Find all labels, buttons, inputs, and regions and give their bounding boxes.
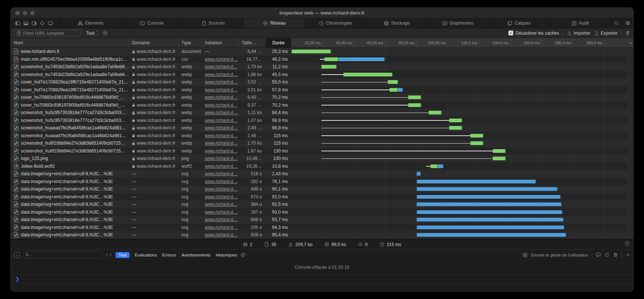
settings-button[interactable]: ⚙ bbox=[622, 18, 633, 28]
network-request-row[interactable]: cover_hu70883c936197805bd916c4488876d0b0… bbox=[11, 94, 633, 101]
network-request-row[interactable]: data:image/svg+xml;charset=utf-8,%3C…%3E… bbox=[11, 201, 633, 208]
console-scope-historiques[interactable]: Historiques bbox=[216, 253, 237, 257]
disable-caches-checkbox[interactable]: ✓ Désactiver les caches bbox=[508, 31, 559, 36]
network-request-row[interactable]: data:image/svg+xml;charset=utf-8,%3C…%3E… bbox=[11, 178, 633, 186]
url-filter-input[interactable]: Filtrer l'URL complète bbox=[14, 29, 82, 37]
console-scope-avertissements[interactable]: Avertissements bbox=[181, 253, 210, 257]
network-request-row[interactable]: AJellee-Bold.woff2www.richard-dern.frwof… bbox=[11, 163, 633, 170]
request-initiator[interactable]: www.richard-d… bbox=[205, 164, 238, 169]
network-request-row[interactable]: data:image/svg+xml;charset=utf-8,%3C…%3E… bbox=[11, 216, 633, 224]
import-button[interactable]: Importer bbox=[567, 31, 590, 36]
zoom-button[interactable] bbox=[30, 11, 35, 15]
request-initiator[interactable]: www.richard-d… bbox=[205, 194, 238, 199]
column-header-nom[interactable]: Nom bbox=[11, 38, 129, 47]
tab-reseau[interactable]: Réseau bbox=[244, 18, 305, 28]
console-scope-erreurs[interactable]: Erreurs bbox=[162, 253, 176, 257]
column-header-type[interactable]: Type bbox=[178, 38, 202, 47]
minimize-button[interactable] bbox=[23, 11, 27, 15]
dock-left-icon[interactable] bbox=[15, 21, 20, 26]
network-request-row[interactable]: data:image/svg+xml;charset=utf-8,%3C…%3E… bbox=[11, 185, 633, 193]
reload-icon[interactable] bbox=[605, 252, 609, 257]
network-request-row[interactable]: screenshot_hu7453d15b6b2a929e1adaa8e7a06… bbox=[11, 63, 633, 71]
console-scope-evaluations[interactable]: Évaluations bbox=[135, 253, 157, 257]
scrollbar-track[interactable] bbox=[628, 48, 633, 239]
request-initiator[interactable]: www.richard-d… bbox=[205, 141, 238, 146]
request-initiator[interactable]: www.richard-d… bbox=[205, 72, 238, 77]
request-initiator[interactable]: www.richard-d… bbox=[205, 210, 238, 215]
request-initiator[interactable]: www.richard-d… bbox=[205, 79, 238, 85]
request-initiator[interactable]: www.richard-d… bbox=[205, 133, 238, 138]
network-request-row[interactable]: data:image/svg+xml;charset=utf-8,%3C…%3E… bbox=[11, 170, 633, 178]
tab-elements[interactable]: Éléments bbox=[60, 18, 121, 28]
request-initiator[interactable]: www.richard-d… bbox=[205, 186, 238, 192]
console-pane-icon[interactable] bbox=[596, 252, 601, 257]
previous-result-icon[interactable] bbox=[105, 253, 108, 257]
next-result-icon[interactable] bbox=[109, 253, 112, 257]
resource-type-dropdown[interactable]: Tout ⌃⌄ bbox=[86, 31, 98, 36]
request-initiator[interactable]: www.richard-d… bbox=[205, 95, 238, 100]
network-request-row[interactable]: screenshot_hu6f10bb94e27e3d63b651409cb07… bbox=[11, 139, 633, 147]
collapse-console-icon[interactable] bbox=[626, 252, 630, 257]
request-initiator[interactable]: www.richard-d… bbox=[205, 202, 238, 207]
request-initiator[interactable]: www.richard-d… bbox=[205, 171, 238, 176]
close-button[interactable] bbox=[15, 11, 20, 15]
network-request-row[interactable]: <>www.richard-dern.frwww.richard-dern.fr… bbox=[11, 48, 633, 56]
clear-network-items-icon[interactable] bbox=[625, 31, 630, 35]
console-filter-icon[interactable] bbox=[241, 252, 245, 257]
network-request-row[interactable]: screenshot_huaead7fe26a8458fcac1a46b824a… bbox=[11, 132, 633, 140]
network-request-row[interactable]: logo_125.pngwww.richard-dern.frpngwww.ri… bbox=[11, 155, 633, 163]
column-header-initiateur[interactable]: Initiateur bbox=[202, 38, 239, 47]
request-initiator[interactable]: www.richard-d… bbox=[205, 118, 238, 123]
network-request-row[interactable]: screenshot_hu7453d15b6b2a929e1adaa8e7a06… bbox=[11, 71, 633, 79]
target-icon[interactable] bbox=[40, 21, 45, 26]
tab-chronologies[interactable]: Chronologies bbox=[305, 18, 366, 28]
request-initiator[interactable]: www.richard-d… bbox=[205, 103, 238, 108]
help-icon[interactable]: ? bbox=[625, 241, 629, 246]
network-request-row[interactable]: data:image/svg+xml;charset=utf-8,%3C…%3E… bbox=[11, 224, 633, 232]
tab-stockage[interactable]: Stockage bbox=[366, 18, 427, 28]
monitor-icon[interactable] bbox=[48, 21, 53, 26]
network-request-row[interactable]: data:image/svg+xml;charset=utf-8,%3C…%3E… bbox=[11, 231, 633, 239]
tab-calques[interactable]: Calques bbox=[488, 18, 549, 28]
request-initiator[interactable]: www.richard-d… bbox=[205, 156, 238, 161]
console-mode-icon[interactable]: ⌄ bbox=[14, 252, 20, 258]
column-header-taille[interactable]: Taille… bbox=[239, 38, 266, 47]
network-request-row[interactable]: cover_hu70883c936197805bd916c4488876d0b0… bbox=[11, 101, 633, 109]
dock-bottom-icon[interactable] bbox=[23, 21, 28, 26]
console-prompt-row[interactable]: ❯ bbox=[11, 275, 633, 283]
clear-console-icon[interactable] bbox=[613, 252, 618, 257]
request-initiator[interactable]: www.richard-d… bbox=[205, 110, 238, 115]
network-request-row[interactable]: screenshot_hu6f10bb94e27e3d63b651409cb07… bbox=[11, 147, 633, 155]
network-request-row[interactable]: data:image/svg+xml;charset=utf-8,%3C…%3E… bbox=[11, 193, 633, 201]
tab-graphismes[interactable]: Graphismes bbox=[427, 18, 488, 28]
request-initiator[interactable]: www.richard-d… bbox=[205, 57, 238, 62]
request-initiator[interactable]: www.richard-d… bbox=[205, 179, 238, 184]
emulate-gesture-checkbox[interactable] bbox=[523, 253, 527, 257]
network-request-row[interactable]: cover_huf7e1708829ea18f6715e48271400e87a… bbox=[11, 86, 633, 94]
tab-audit[interactable]: Audit bbox=[550, 18, 611, 28]
network-request-row[interactable]: data:image/svg+xml;charset=utf-8,%3C…%3E… bbox=[11, 208, 633, 216]
export-button[interactable]: Exporter bbox=[594, 31, 618, 36]
dock-right-icon[interactable] bbox=[32, 21, 37, 26]
tab-sources[interactable]: Sources bbox=[183, 18, 244, 28]
request-initiator[interactable]: www.richard-d… bbox=[205, 64, 238, 69]
request-initiator[interactable]: www.richard-d… bbox=[205, 225, 238, 230]
request-initiator[interactable]: www.richard-d… bbox=[205, 148, 238, 154]
tab-console[interactable]: Console bbox=[121, 18, 182, 28]
console-search-input[interactable]: ⌄ bbox=[23, 252, 102, 258]
network-request-row[interactable]: screenshot_hu5c957353818e777ca27d3c3cba0… bbox=[11, 109, 633, 117]
search-button[interactable] bbox=[611, 18, 622, 28]
console-scope-tout[interactable]: Tout bbox=[115, 252, 130, 258]
column-header-dure[interactable]: Durée bbox=[266, 38, 292, 47]
filter-options-icon[interactable] bbox=[103, 31, 108, 35]
request-initiator[interactable]: www.richard-d… bbox=[205, 125, 238, 130]
request-initiator[interactable]: www.richard-d… bbox=[205, 232, 238, 237]
network-request-row[interactable]: cssmain.min.d9924575ec0bba420589a48d5190… bbox=[11, 56, 633, 63]
network-request-row[interactable]: screenshot_huaead7fe26a8458fcac1a46b824a… bbox=[11, 124, 633, 132]
request-initiator[interactable]: www.richard-d… bbox=[205, 217, 238, 222]
network-request-row[interactable]: cover_huf7e1708829ea18f6715e48271400e87a… bbox=[11, 78, 633, 86]
scroll-up-area[interactable] bbox=[628, 38, 633, 47]
request-initiator[interactable]: www.richard-d… bbox=[205, 87, 238, 92]
network-request-row[interactable]: screenshot_hu5c957353818e777ca27d3c3cba0… bbox=[11, 117, 633, 125]
column-header-domaine[interactable]: Domaine bbox=[129, 38, 178, 47]
